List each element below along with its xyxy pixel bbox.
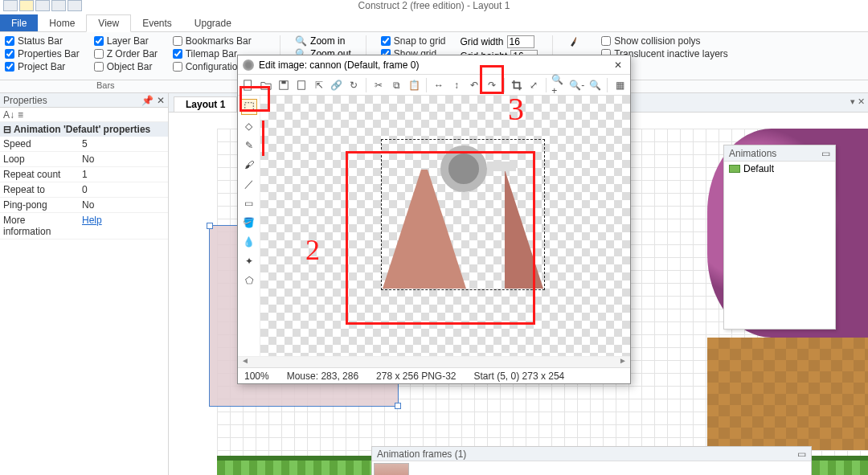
paste-icon[interactable]	[294, 77, 309, 93]
grid-toggle-icon[interactable]: ▦	[612, 77, 627, 93]
app-title: Construct 2 (free edition) - Layout 1	[358, 0, 510, 11]
menu-upgrade[interactable]: Upgrade	[183, 14, 243, 31]
select-rect-tool-icon[interactable]	[241, 99, 257, 115]
open-icon[interactable]	[259, 77, 273, 93]
annotation-line-1	[262, 121, 264, 156]
panel-menu-icon[interactable]: ▭	[821, 148, 830, 159]
fill-tool-icon[interactable]: 🪣	[241, 215, 257, 231]
status-size: 278 x 256 PNG-32	[376, 371, 456, 382]
chk-project-bar[interactable]: Project Bar	[5, 61, 80, 72]
prop-speed[interactable]: 5	[79, 137, 168, 151]
qat-btn[interactable]	[35, 0, 50, 11]
app-titlebar: Construct 2 (free edition) - Layout 1	[0, 0, 868, 14]
panel-menu-icon[interactable]: ▭	[797, 448, 806, 460]
chk-snap-grid[interactable]: Snap to grid	[381, 35, 446, 47]
zoom-in-icon[interactable]: 🔍+	[551, 77, 566, 93]
main-menu: File Home View Events Upgrade	[0, 14, 868, 32]
editor-statusbar: 100% Mouse: 283, 286 278 x 256 PNG-32 St…	[238, 367, 630, 383]
animations-panel[interactable]: Animations▭ Default	[723, 145, 836, 330]
line-tool-icon[interactable]: ／	[241, 176, 257, 192]
qat-btn[interactable]	[3, 0, 18, 11]
reload-icon[interactable]: ↻	[347, 77, 362, 93]
chk-bookmarks-bar[interactable]: Bookmarks Bar	[173, 35, 265, 47]
prop-loop[interactable]: No	[79, 152, 168, 166]
chk-zorder-bar[interactable]: Z Order Bar	[94, 48, 158, 59]
polygon-tool-icon[interactable]: ⬠	[241, 272, 257, 289]
menu-file[interactable]: File	[0, 14, 38, 31]
image-editor-dialog: Edit image: cannon (Default, frame 0) ✕ …	[237, 55, 631, 384]
prop-repeat-to[interactable]: 0	[79, 182, 168, 197]
animation-item-default[interactable]: Default	[724, 162, 835, 176]
qat-btn[interactable]	[19, 0, 34, 11]
close-icon[interactable]: ✕	[157, 95, 165, 106]
close-icon[interactable]: ✕	[611, 58, 625, 72]
grid-width-input[interactable]	[507, 35, 534, 48]
svg-rect-0	[244, 80, 252, 89]
editor-canvas[interactable]	[260, 96, 630, 356]
brush-tool-icon[interactable]: 🖌	[241, 157, 257, 173]
chk-layer-bar[interactable]: Layer Bar	[94, 35, 158, 47]
zoom-in-button[interactable]: 🔍Zoom in	[295, 35, 351, 47]
rotate-cw-icon[interactable]: ↷	[485, 77, 499, 93]
editor-toolbar: ⇱ 🔗 ↻ ✂ ⧉ 📋 ↔ ↕ ↶ ↷ ⤢ 🔍+ 🔍- 🔍 ▦	[238, 75, 630, 96]
eyedropper-tool-icon[interactable]: 💧	[241, 234, 257, 250]
quick-access-toolbar	[0, 0, 85, 11]
annotation-label-3: 3	[508, 90, 524, 128]
tab-layout1[interactable]: Layout 1	[174, 96, 237, 112]
rect-tool-icon[interactable]: ▭	[241, 195, 257, 211]
copy-icon[interactable]: ⧉	[389, 77, 403, 93]
help-link[interactable]: Help	[82, 215, 102, 226]
link-icon[interactable]: 🔗	[330, 77, 344, 93]
dialog-titlebar[interactable]: Edit image: cannon (Default, frame 0) ✕	[238, 55, 630, 75]
status-mouse: Mouse: 283, 286	[287, 371, 358, 382]
animation-frames-panel[interactable]: Animation frames (1)▭	[371, 446, 812, 475]
dialog-title: Edit image: cannon (Default, frame 0)	[259, 59, 419, 71]
cut-icon[interactable]: ✂	[371, 77, 386, 93]
menu-events[interactable]: Events	[131, 14, 183, 31]
prop-repeat-count[interactable]: 1	[79, 167, 168, 182]
menu-view[interactable]: View	[86, 14, 131, 32]
properties-title: Properties	[3, 95, 47, 106]
pencil-tool-icon[interactable]: ✎	[241, 137, 257, 154]
paste2-icon[interactable]: 📋	[407, 77, 421, 93]
tabbar-dropdown-icon[interactable]: ▾ ✕	[850, 96, 865, 107]
zoom-fit-icon[interactable]: 🔍	[588, 77, 602, 93]
resize-icon[interactable]: ⤢	[527, 77, 542, 93]
dialog-app-icon	[243, 59, 254, 71]
export-icon[interactable]: ⇱	[312, 77, 326, 93]
props-section: ⊟ Animation 'Default' properties	[0, 122, 168, 137]
animation-swatch-icon	[729, 165, 740, 173]
zoom-out-icon[interactable]: 🔍-	[569, 77, 584, 93]
chk-object-bar[interactable]: Object Bar	[94, 61, 158, 72]
scenery-tiles	[707, 338, 868, 450]
categorize-icon[interactable]: ≡	[18, 109, 23, 121]
hotspot-tool-icon[interactable]: ✦	[241, 253, 257, 269]
grid-width-label: Grid width	[461, 36, 504, 47]
svg-rect-3	[297, 80, 305, 89]
editor-tool-column: ◇ ✎ 🖌 ／ ▭ 🪣 💧 ✦ ⬠	[238, 96, 260, 356]
new-icon[interactable]	[241, 77, 256, 93]
qat-btn[interactable]	[68, 0, 82, 11]
svg-rect-2	[281, 80, 285, 84]
status-zoom: 100%	[244, 371, 269, 382]
prop-pingpong[interactable]: No	[79, 198, 168, 212]
chk-properties-bar[interactable]: Properties Bar	[5, 48, 80, 59]
svg-rect-4	[244, 103, 253, 112]
pin-icon[interactable]: 📌	[141, 95, 154, 106]
frame-thumbnail[interactable]	[374, 463, 409, 475]
chk-status-bar[interactable]: Status Bar	[5, 35, 80, 47]
save-icon[interactable]	[276, 77, 291, 93]
mirror-h-icon[interactable]: ↔	[432, 77, 446, 93]
menu-home[interactable]: Home	[38, 14, 86, 31]
h-scrollbar[interactable]	[238, 356, 630, 367]
selection-marquee	[381, 139, 545, 290]
eraser-tool-icon[interactable]: ◇	[241, 118, 257, 134]
qat-btn[interactable]	[51, 0, 66, 11]
rotate-ccw-icon[interactable]: ↶	[467, 77, 481, 93]
mirror-v-icon[interactable]: ↕	[449, 77, 464, 93]
sort-icon[interactable]: A↓	[3, 109, 14, 121]
annotation-label-2: 2	[305, 233, 320, 267]
zoom-in-icon: 🔍	[295, 35, 307, 47]
chk-show-collision[interactable]: Show collision polys	[601, 35, 728, 47]
properties-panel: Properties 📌✕ A↓ ≡ ⊟ Animation 'Default'…	[0, 93, 169, 475]
